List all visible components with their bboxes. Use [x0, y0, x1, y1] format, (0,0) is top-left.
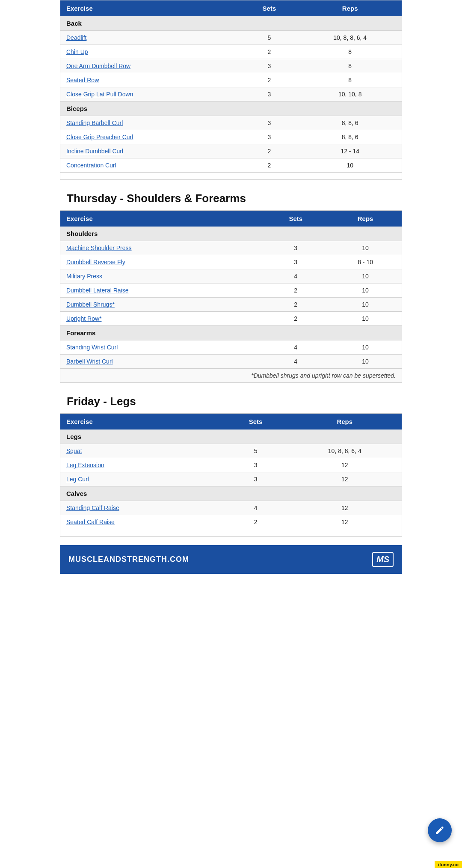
section-shoulders-forearms: Thursday - Shoulders & Forearms Exercise…	[60, 180, 402, 383]
exercise-reps: 8	[298, 59, 402, 73]
col-exercise-2: Exercise	[60, 211, 263, 227]
exercise-reps: 12	[288, 458, 402, 472]
category-row: Calves	[60, 486, 402, 501]
table-row: Dumbbell Lateral Raise 2 10	[60, 283, 402, 298]
exercise-sets: 3	[224, 472, 288, 486]
exercise-name[interactable]: Standing Wrist Curl	[60, 340, 263, 355]
spacer-row	[60, 529, 402, 537]
exercise-sets: 4	[262, 355, 329, 369]
exercise-sets: 2	[262, 312, 329, 326]
col-sets-2: Sets	[262, 211, 329, 227]
exercise-reps: 10	[329, 269, 402, 283]
exercise-sets: 2	[240, 144, 298, 158]
exercise-sets: 3	[240, 59, 298, 73]
table-row: Incline Dumbbell Curl 2 12 - 14	[60, 144, 402, 158]
exercise-sets: 2	[240, 73, 298, 87]
table-row: Concentration Curl 2 10	[60, 158, 402, 173]
category-row: Legs	[60, 430, 402, 444]
category-row: Biceps	[60, 101, 402, 116]
exercise-sets: 3	[262, 241, 329, 255]
exercise-name[interactable]: Close Grip Lat Pull Down	[60, 87, 240, 101]
exercise-name[interactable]: Seated Row	[60, 73, 240, 87]
table-row: Close Grip Lat Pull Down 3 10, 10, 8	[60, 87, 402, 101]
table-row: Standing Wrist Curl 4 10	[60, 340, 402, 355]
table-row: Standing Calf Raise 4 12	[60, 501, 402, 515]
col-exercise-3: Exercise	[60, 414, 224, 430]
exercise-sets: 2	[240, 45, 298, 59]
exercise-name[interactable]: Dumbbell Shrugs*	[60, 298, 263, 312]
exercise-name[interactable]: Dumbbell Lateral Raise	[60, 283, 263, 298]
table-row: Seated Row 2 8	[60, 73, 402, 87]
back-biceps-table: Exercise Sets Reps Back Deadlift 5 10, 8…	[60, 0, 402, 180]
exercise-sets: 3	[240, 130, 298, 144]
table-row: Deadlift 5 10, 8, 8, 6, 4	[60, 31, 402, 45]
exercise-sets: 2	[240, 158, 298, 173]
exercise-name[interactable]: Incline Dumbbell Curl	[60, 144, 240, 158]
exercise-reps: 10	[329, 340, 402, 355]
exercise-name[interactable]: Machine Shoulder Press	[60, 241, 263, 255]
exercise-name[interactable]: Standing Barbell Curl	[60, 116, 240, 130]
exercise-reps: 10	[298, 158, 402, 173]
exercise-name[interactable]: Close Grip Preacher Curl	[60, 130, 240, 144]
footer: MUSCLEANDSTRENGTH.COM MS	[60, 545, 402, 574]
exercise-name[interactable]: Deadlift	[60, 31, 240, 45]
exercise-name[interactable]: Squat	[60, 444, 224, 458]
table-row: Upright Row* 2 10	[60, 312, 402, 326]
legs-table: Exercise Sets Reps Legs Squat 5 10, 8, 8…	[60, 413, 402, 537]
page-wrapper: Exercise Sets Reps Back Deadlift 5 10, 8…	[60, 0, 402, 574]
exercise-name[interactable]: One Arm Dumbbell Row	[60, 59, 240, 73]
exercise-reps: 8, 8, 6	[298, 116, 402, 130]
note-text: *Dumbbell shrugs and upright row can be …	[60, 369, 402, 383]
exercise-name[interactable]: Chin Up	[60, 45, 240, 59]
exercise-name[interactable]: Barbell Wrist Curl	[60, 355, 263, 369]
exercise-sets: 4	[224, 501, 288, 515]
exercise-sets: 5	[240, 31, 298, 45]
col-sets-3: Sets	[224, 414, 288, 430]
exercise-sets: 2	[262, 283, 329, 298]
friday-title: Friday - Legs	[60, 383, 402, 413]
table-row: Standing Barbell Curl 3 8, 8, 6	[60, 116, 402, 130]
exercise-name[interactable]: Leg Extension	[60, 458, 224, 472]
exercise-reps: 10	[329, 241, 402, 255]
exercise-name[interactable]: Leg Curl	[60, 472, 224, 486]
table-row: Seated Calf Raise 2 12	[60, 515, 402, 529]
table-row: Machine Shoulder Press 3 10	[60, 241, 402, 255]
col-exercise: Exercise	[60, 0, 240, 17]
exercise-name[interactable]: Standing Calf Raise	[60, 501, 224, 515]
exercise-sets: 4	[262, 340, 329, 355]
exercise-reps: 8 - 10	[329, 255, 402, 269]
col-reps: Reps	[298, 0, 402, 17]
table-row: Chin Up 2 8	[60, 45, 402, 59]
exercise-sets: 3	[262, 255, 329, 269]
section-back-biceps: Exercise Sets Reps Back Deadlift 5 10, 8…	[60, 0, 402, 180]
category-row: Forearms	[60, 326, 402, 340]
table-row: Military Press 4 10	[60, 269, 402, 283]
section-legs: Friday - Legs Exercise Sets Reps Legs Sq…	[60, 383, 402, 537]
table-row: Close Grip Preacher Curl 3 8, 8, 6	[60, 130, 402, 144]
exercise-name[interactable]: Upright Row*	[60, 312, 263, 326]
category-row: Back	[60, 16, 402, 31]
exercise-sets: 3	[224, 458, 288, 472]
spacer-row	[60, 173, 402, 180]
exercise-name[interactable]: Military Press	[60, 269, 263, 283]
exercise-name[interactable]: Concentration Curl	[60, 158, 240, 173]
exercise-reps: 8	[298, 73, 402, 87]
exercise-sets: 2	[224, 515, 288, 529]
category-row: Shoulders	[60, 227, 402, 241]
exercise-reps: 10, 8, 8, 6, 4	[298, 31, 402, 45]
exercise-reps: 8, 8, 6	[298, 130, 402, 144]
note-row: *Dumbbell shrugs and upright row can be …	[60, 369, 402, 383]
table-row: Dumbbell Reverse Fly 3 8 - 10	[60, 255, 402, 269]
shoulders-forearms-table: Exercise Sets Reps Shoulders Machine Sho…	[60, 210, 402, 383]
exercise-sets: 3	[240, 87, 298, 101]
exercise-reps: 10, 8, 8, 6, 4	[288, 444, 402, 458]
table-row: Barbell Wrist Curl 4 10	[60, 355, 402, 369]
table-row: Dumbbell Shrugs* 2 10	[60, 298, 402, 312]
exercise-reps: 10	[329, 283, 402, 298]
exercise-reps: 10	[329, 312, 402, 326]
exercise-name[interactable]: Seated Calf Raise	[60, 515, 224, 529]
exercise-name[interactable]: Dumbbell Reverse Fly	[60, 255, 263, 269]
thursday-title: Thursday - Shoulders & Forearms	[60, 180, 402, 210]
col-reps-2: Reps	[329, 211, 402, 227]
exercise-reps: 10	[329, 298, 402, 312]
